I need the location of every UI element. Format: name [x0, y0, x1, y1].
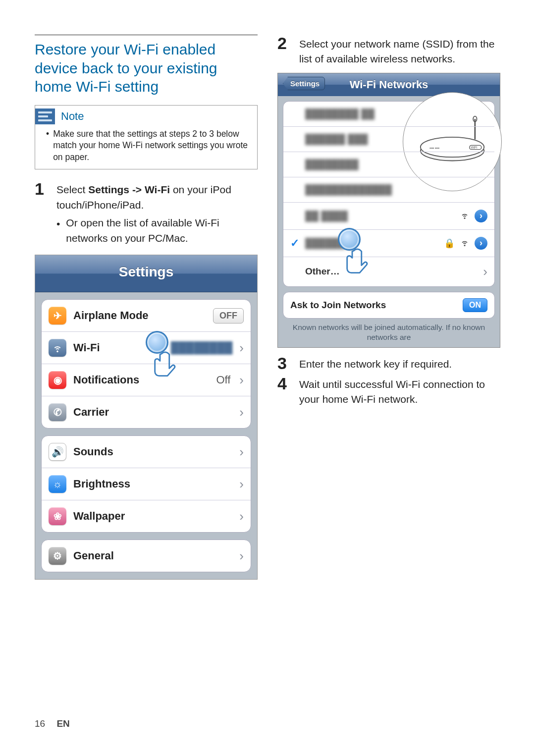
settings-row-airplane[interactable]: ✈ Airplane Mode OFF	[42, 300, 251, 332]
toggle-on[interactable]: ON	[463, 298, 487, 312]
airplane-icon: ✈	[49, 307, 66, 324]
wifi-network-row[interactable]: ██ ████›	[283, 203, 494, 230]
step-number: 3	[277, 355, 290, 372]
chevron-right-icon: ›	[483, 264, 487, 279]
carrier-icon: ✆	[49, 403, 66, 421]
row-label: Notifications	[73, 374, 209, 386]
settings-row-carrier[interactable]: ✆ Carrier ›	[42, 396, 251, 428]
settings-row-sounds[interactable]: 🔊 Sounds ›	[42, 436, 251, 468]
row-label: Airplane Mode	[73, 309, 206, 322]
wifi-signal-icon	[460, 210, 470, 221]
step-subtext: Or open the list of available Wi-Fi netw…	[66, 216, 258, 246]
wifi-signal-icon	[460, 237, 470, 249]
sounds-icon: 🔊	[49, 443, 66, 461]
row-label: General	[73, 549, 232, 562]
note-icon	[35, 108, 55, 124]
chevron-right-icon: ›	[239, 405, 244, 420]
other-label: Other…	[305, 266, 478, 277]
step-text: Select Settings -> Wi-Fi on your iPod to…	[56, 180, 258, 213]
page-number: 16	[35, 718, 45, 729]
note-label: Note	[61, 110, 84, 123]
wifi-title: Wi-Fi Networks	[350, 78, 428, 91]
step-text: Enter the network key if required.	[299, 355, 452, 372]
off-text: Off	[216, 374, 230, 386]
wifi-network-row[interactable]: ████████ ██	[283, 102, 494, 127]
toggle-off[interactable]: OFF	[213, 308, 244, 324]
step-number: 1	[35, 180, 48, 213]
wifi-help-text: Known networks will be joined automatica…	[278, 322, 500, 347]
row-label: Wallpaper	[73, 510, 232, 523]
info-icon[interactable]: ›	[475, 210, 487, 222]
back-button[interactable]: Settings	[283, 77, 325, 90]
wifi-value: ████████	[171, 341, 233, 354]
note-text: Make sure that the settings at steps 2 t…	[53, 128, 250, 163]
row-label: Brightness	[73, 478, 232, 490]
notifications-icon: ◉	[49, 371, 66, 389]
network-name: █████████████	[305, 184, 487, 195]
wifi-icon	[49, 339, 66, 357]
section-title: Restore your Wi-Fi enabled device back t…	[35, 40, 258, 96]
chevron-right-icon: ›	[239, 509, 244, 524]
wallpaper-icon: ❀	[49, 507, 66, 525]
step-number: 2	[277, 35, 290, 67]
row-label: Carrier	[73, 406, 232, 419]
network-name: ██████ █	[305, 238, 439, 249]
wifi-network-row[interactable]: ████████	[283, 152, 494, 177]
wifi-network-row[interactable]: █████████████	[283, 177, 494, 203]
wifi-network-row[interactable]: ✓██████ █🔒›	[283, 230, 494, 257]
step-text: Select your network name (SSID) from the…	[299, 35, 500, 67]
info-icon[interactable]: ›	[475, 237, 487, 250]
check-icon: ✓	[290, 237, 300, 250]
settings-row-wallpaper[interactable]: ❀ Wallpaper ›	[42, 500, 251, 532]
chevron-right-icon: ›	[239, 340, 244, 356]
page-lang: EN	[56, 718, 69, 729]
chevron-right-icon: ›	[239, 444, 244, 460]
network-name: ██████ ███	[305, 134, 487, 145]
page-footer: 16 EN	[35, 718, 70, 729]
settings-row-wifi[interactable]: Wi-Fi ████████ ›	[42, 332, 251, 364]
lock-icon: 🔒	[444, 238, 455, 249]
ask-to-join-row[interactable]: Ask to Join Networks ON	[283, 292, 495, 319]
network-name: ████████	[305, 159, 487, 170]
settings-row-general[interactable]: ⚙ General ›	[42, 540, 251, 572]
step-number: 4	[277, 375, 290, 407]
row-label: Sounds	[73, 445, 232, 458]
wifi-screenshot: Settings Wi-Fi Networks •••• •••• WiFi █…	[277, 73, 500, 348]
wifi-other-row[interactable]: Other…›	[283, 257, 494, 286]
general-icon: ⚙	[49, 547, 66, 565]
settings-row-brightness[interactable]: ☼ Brightness ›	[42, 468, 251, 500]
brightness-icon: ☼	[49, 475, 66, 493]
settings-row-notifications[interactable]: ◉ Notifications Off ›	[42, 364, 251, 396]
row-label: Wi-Fi	[73, 341, 164, 354]
settings-title: Settings	[35, 255, 257, 292]
wifi-network-row[interactable]: ██████ ███	[283, 127, 494, 152]
settings-screenshot: Settings ✈ Airplane Mode OFF Wi-Fi █████…	[35, 255, 258, 580]
network-name: ████████ ██	[305, 108, 487, 119]
chevron-right-icon: ›	[239, 477, 244, 492]
note-box: Note •Make sure that the settings at ste…	[35, 105, 258, 170]
ask-label: Ask to Join Networks	[290, 300, 386, 311]
chevron-right-icon: ›	[239, 548, 244, 564]
network-name: ██ ████	[305, 211, 455, 221]
step-text: Wait until successful Wi-Fi connection t…	[299, 375, 500, 407]
chevron-right-icon: ›	[239, 373, 244, 388]
